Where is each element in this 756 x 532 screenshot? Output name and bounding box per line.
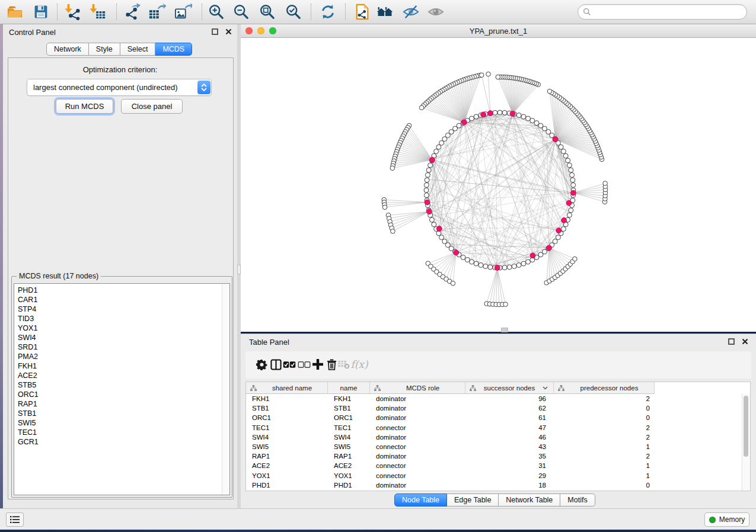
task-history-icon[interactable] (6, 512, 24, 527)
column-header-successor-nodes[interactable]: successor nodes (465, 382, 554, 394)
refresh-icon[interactable] (318, 2, 338, 21)
tab-node-table[interactable]: Node Table (394, 493, 447, 507)
table-settings-gear-icon[interactable] (254, 355, 269, 373)
hide-panel-eye-icon[interactable] (401, 2, 421, 21)
zoom-out-icon[interactable] (231, 2, 251, 21)
toolbar-separator (311, 4, 311, 20)
float-panel-icon[interactable] (211, 28, 219, 36)
import-table-icon[interactable] (88, 2, 108, 21)
list-item[interactable]: ACE2 (14, 371, 222, 380)
mcds-result-title: MCDS result (17 nodes) (17, 272, 101, 280)
sort-descending-icon (543, 386, 548, 390)
control-panel-tabs: Network Style Select MCDS (46, 43, 192, 56)
import-network-icon[interactable] (63, 2, 83, 21)
home-networks-icon[interactable] (375, 2, 395, 21)
column-header-shared-name[interactable]: shared name (246, 382, 328, 394)
table-scrollbar[interactable] (742, 394, 750, 491)
tab-edge-table[interactable]: Edge Table (447, 493, 499, 507)
table-row[interactable]: FKH1FKH1dominator962 (246, 394, 742, 403)
list-item[interactable]: GCR1 (14, 437, 222, 447)
tab-select[interactable]: Select (120, 43, 156, 56)
table-panel-titlebar: Table Panel (241, 334, 756, 350)
toolbar-separator (202, 4, 202, 20)
control-panel-title: Control Panel (9, 28, 56, 37)
mcds-result-list[interactable]: PHD1 CAR1 STP4 TID3 YOX1 SWI4 SRD1 PMA2 … (14, 283, 230, 495)
memory-button[interactable]: Memory (704, 512, 749, 527)
attribute-tree-icon (470, 385, 476, 391)
list-scrollbar[interactable] (222, 284, 229, 495)
column-header-name[interactable]: name (328, 382, 370, 394)
delete-table-icon (336, 355, 351, 373)
close-panel-button[interactable]: Close panel (121, 99, 183, 114)
main-toolbar (0, 0, 756, 24)
table-browser-tabs: Node Table Edge Table Network Table Moti… (394, 493, 595, 507)
optimization-criterion-label: Optimization criterion: (8, 65, 232, 74)
list-item[interactable]: CAR1 (14, 295, 222, 305)
list-item[interactable]: YOX1 (14, 323, 222, 333)
save-icon[interactable] (31, 2, 51, 21)
list-item[interactable]: FKH1 (14, 361, 222, 371)
table-row[interactable]: SWI4SWI4dominator462 (246, 432, 742, 442)
list-item[interactable]: PHD1 (14, 286, 222, 295)
table-row[interactable]: ORC1ORC1dominator610 (246, 413, 742, 422)
table-row[interactable]: PHD1PHD1dominator180 (246, 480, 742, 490)
close-panel-icon[interactable] (225, 28, 232, 36)
table-body: FKH1FKH1dominator962 STB1STB1dominator62… (246, 394, 742, 490)
zoom-in-icon[interactable] (206, 2, 227, 21)
table-row[interactable]: RAP1RAP1dominator352 (246, 451, 742, 461)
dropdown-stepper-icon (197, 81, 210, 94)
table-row[interactable]: TEC1TEC1connector472 (246, 423, 742, 432)
search-input[interactable] (594, 6, 747, 18)
tab-network[interactable]: Network (46, 43, 89, 56)
memory-label: Memory (719, 515, 745, 524)
horizontal-splitter-grip[interactable] (501, 328, 508, 332)
list-item[interactable]: TID3 (14, 314, 222, 323)
list-item[interactable]: SWI5 (14, 418, 222, 428)
tab-mcds[interactable]: MCDS (155, 43, 192, 56)
toolbar-separator (57, 4, 58, 20)
export-network-icon[interactable] (122, 2, 142, 21)
list-item[interactable]: SWI4 (14, 333, 222, 342)
table-row[interactable]: SWI5SWI5connector431 (246, 442, 742, 451)
attribute-tree-icon (250, 385, 257, 391)
tab-style[interactable]: Style (89, 43, 120, 56)
show-panel-eye-icon[interactable] (426, 2, 446, 21)
mcds-result-group: MCDS result (17 nodes) PHD1 CAR1 STP4 TI… (11, 276, 232, 498)
export-table-icon[interactable] (147, 2, 167, 21)
scrollbar-thumb[interactable] (744, 396, 748, 457)
float-panel-icon[interactable] (728, 338, 735, 345)
network-canvas[interactable] (241, 38, 756, 332)
criterion-dropdown[interactable]: largest connected component (undirected) (27, 79, 212, 96)
list-item[interactable]: SRD1 (14, 342, 222, 352)
status-bar: Memory (0, 508, 756, 530)
list-item[interactable]: RAP1 (14, 399, 222, 409)
node-table: shared name name MCDS role successor nod… (245, 382, 751, 491)
list-item[interactable]: ORC1 (14, 390, 222, 399)
list-item[interactable]: PMA2 (14, 352, 222, 361)
list-item[interactable]: TEC1 (14, 428, 222, 437)
memory-status-icon (709, 517, 716, 523)
zoom-selected-icon[interactable] (283, 2, 304, 21)
list-item[interactable]: STP4 (14, 305, 222, 314)
network-from-document-icon[interactable] (352, 2, 372, 21)
column-header-mcds-role[interactable]: MCDS role (370, 382, 465, 394)
search-icon (583, 8, 591, 16)
column-header-predecessor-nodes[interactable]: predecessor nodes (554, 382, 655, 394)
table-row[interactable]: ACE2ACE2connector311 (246, 461, 742, 470)
zoom-fit-icon[interactable] (257, 2, 277, 21)
table-row[interactable]: STB1STB1dominator620 (246, 403, 742, 413)
select-all-icon[interactable] (282, 355, 297, 373)
table-panel: Table Panel (241, 334, 756, 509)
table-panel-title: Table Panel (249, 338, 289, 347)
close-panel-icon[interactable] (741, 338, 749, 345)
tab-motifs[interactable]: Motifs (560, 493, 595, 507)
run-mcds-button[interactable]: Run MCDS (56, 99, 113, 114)
list-item[interactable]: STB1 (14, 409, 222, 418)
table-row[interactable]: YOX1YOX1connector291 (246, 471, 742, 480)
list-item[interactable]: STB5 (14, 380, 222, 390)
tab-network-table[interactable]: Network Table (499, 493, 560, 507)
open-folder-icon[interactable] (5, 2, 25, 21)
control-panel-titlebar: Control Panel (3, 24, 237, 40)
export-image-icon[interactable] (173, 2, 193, 21)
criterion-dropdown-value: largest connected component (undirected) (27, 83, 197, 92)
